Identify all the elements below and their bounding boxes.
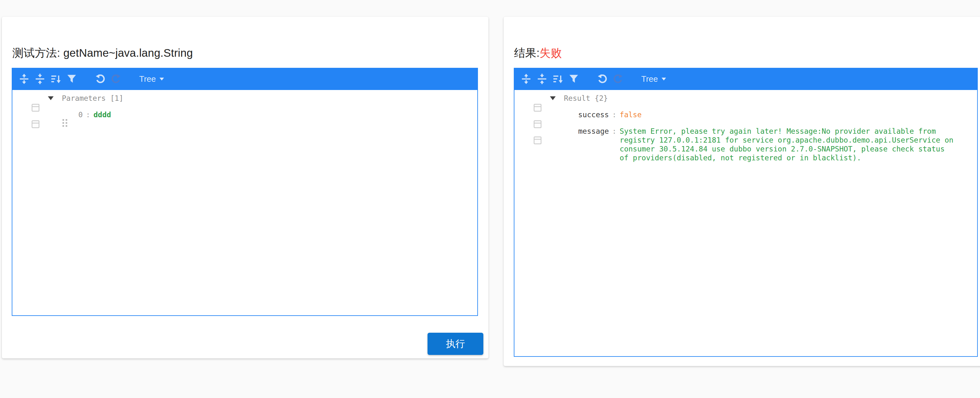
message-value: System Error, please try again later! Me… (620, 127, 973, 162)
tree-row-root: Parameters [1] (13, 90, 477, 106)
chevron-down-icon (159, 78, 164, 81)
collapse-triangle-icon[interactable] (550, 96, 556, 100)
drag-handle-icon[interactable] (18, 110, 24, 119)
transform-filter-button[interactable] (568, 73, 579, 84)
test-method-card: 测试方法: getName~java.lang.String Tree (2, 17, 488, 358)
param-value-editable[interactable]: dddd (94, 111, 111, 119)
sort-button[interactable] (51, 73, 61, 84)
execute-button[interactable]: 执行 (428, 333, 483, 355)
result-status-badge: 失败 (539, 47, 562, 59)
context-menu-button[interactable] (533, 111, 542, 119)
result-json-editor: Tree Result {2} success : false (514, 68, 978, 357)
test-method-title: 测试方法: getName~java.lang.String (13, 46, 193, 60)
jsoneditor-toolbar: Tree (514, 68, 978, 90)
tree-row-message: message : System Error, please try again… (514, 123, 977, 162)
tree-row-root: Result {2} (514, 90, 977, 106)
json-tree: Result {2} success : false message : Sys… (514, 90, 978, 357)
context-menu-button[interactable] (32, 94, 40, 102)
field-value-separator: : (612, 111, 617, 119)
success-field-label: success (578, 111, 609, 119)
collapse-all-button[interactable] (537, 73, 547, 84)
json-tree: Parameters [1] 0 : dddd (12, 90, 478, 316)
redo-button[interactable] (613, 73, 624, 84)
context-menu-button[interactable] (533, 127, 542, 135)
message-field-label: message (578, 127, 609, 136)
root-count-badge: {2} (595, 94, 608, 102)
root-field-label: Parameters (62, 94, 106, 102)
collapse-triangle-icon[interactable] (48, 96, 54, 100)
expand-all-button[interactable] (521, 73, 531, 84)
root-field-label: Result (564, 94, 590, 102)
param-index-label: 0 (78, 111, 83, 119)
undo-button[interactable] (597, 73, 608, 84)
tree-mode-label: Tree (139, 74, 156, 84)
tree-mode-label: Tree (641, 74, 658, 84)
field-value-separator: : (612, 127, 617, 136)
field-value-separator: : (86, 111, 91, 119)
tree-row-param-0: 0 : dddd (13, 106, 477, 123)
result-title: 结果:失败 (514, 46, 562, 60)
redo-button[interactable] (111, 73, 121, 84)
transform-filter-button[interactable] (66, 73, 77, 84)
tree-mode-dropdown[interactable]: Tree (139, 74, 164, 84)
context-menu-button[interactable] (533, 94, 542, 102)
collapse-all-button[interactable] (35, 73, 45, 84)
root-count-badge: [1] (110, 94, 123, 102)
result-title-label: 结果: (514, 47, 539, 59)
jsoneditor-toolbar: Tree (12, 68, 478, 90)
context-menu-button[interactable] (32, 111, 40, 119)
sort-button[interactable] (552, 73, 563, 84)
undo-button[interactable] (95, 73, 106, 84)
tree-mode-dropdown[interactable]: Tree (641, 74, 666, 84)
success-value: false (620, 111, 641, 119)
parameters-json-editor: Tree Parameters [1] 0 : (12, 68, 478, 316)
tree-row-success: success : false (514, 106, 977, 123)
chevron-down-icon (662, 78, 666, 81)
result-card: 结果:失败 Tree (504, 17, 980, 366)
expand-all-button[interactable] (19, 73, 30, 84)
